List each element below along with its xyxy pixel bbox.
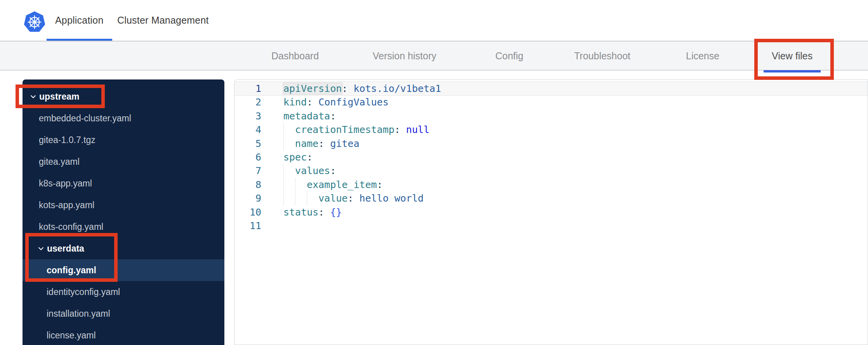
code-token xyxy=(283,138,295,149)
code-token: : xyxy=(342,83,348,94)
tree-file-gitea-yaml[interactable]: gitea.yaml xyxy=(23,151,224,172)
code-token: : xyxy=(330,165,336,176)
indent-guide xyxy=(283,178,284,191)
code-token: kind xyxy=(283,97,307,108)
tree-item-label: gitea.yaml xyxy=(39,157,80,167)
line-number: 1 xyxy=(234,82,261,95)
tree-file-kots-app-yaml[interactable]: kots-app.yaml xyxy=(23,194,224,216)
indent-guide xyxy=(295,191,295,205)
code-token: value xyxy=(318,193,347,204)
chevron-down-icon xyxy=(30,93,36,100)
code-token: ConfigValues xyxy=(312,97,389,108)
line-number: 9 xyxy=(234,191,261,205)
tree-folder-upstream[interactable]: upstream xyxy=(23,86,224,107)
line-number: 3 xyxy=(234,109,261,123)
code-line: 6spec: xyxy=(234,150,868,164)
code-token xyxy=(283,165,295,176)
tree-file-identityconfig-yaml[interactable]: identityconfig.yaml xyxy=(23,281,224,303)
file-tree-sidebar: upstreamembedded-cluster.yamlgitea-1.0.7… xyxy=(23,79,224,345)
file-viewer[interactable]: 1apiVersion: kots.io/v1beta12kind: Confi… xyxy=(234,79,868,345)
code-line: 7 values: xyxy=(234,164,868,178)
tree-item-label: upstream xyxy=(39,91,80,102)
code-line: 1apiVersion: kots.io/v1beta1 xyxy=(234,82,868,95)
code-token: spec xyxy=(283,152,307,163)
code-token: : xyxy=(318,138,324,149)
tab-application[interactable]: Application xyxy=(47,0,112,41)
code-token: apiVersion xyxy=(283,83,342,94)
app-nav: DashboardVersion historyConfigTroublesho… xyxy=(0,41,868,71)
tab-application-label: Application xyxy=(55,15,104,26)
indent-guide xyxy=(283,137,284,150)
tab-cluster-management[interactable]: Cluster Management xyxy=(113,0,213,41)
line-number: 5 xyxy=(234,137,261,150)
code-token: {} xyxy=(324,207,342,218)
tree-item-label: config.yaml xyxy=(47,265,96,276)
indent-guide xyxy=(283,123,284,136)
tree-file-license-yaml[interactable]: license.yaml xyxy=(23,324,224,345)
active-nav-underline xyxy=(764,70,821,72)
code-token: name xyxy=(295,138,318,149)
nav-tab-view-files[interactable]: View files xyxy=(764,41,821,71)
chevron-down-icon xyxy=(38,245,44,252)
code-token: : xyxy=(330,110,336,122)
line-number: 4 xyxy=(234,123,261,136)
indent-guide xyxy=(307,191,307,205)
code-token: : xyxy=(377,179,383,190)
code-token xyxy=(283,193,318,204)
nav-tab-version-history[interactable]: Version history xyxy=(365,41,444,71)
code-token: values xyxy=(295,165,330,176)
nav-tab-label: License xyxy=(686,50,719,62)
tree-item-label: kots-app.yaml xyxy=(39,200,94,210)
line-number: 10 xyxy=(234,205,261,219)
kubernetes-logo-icon xyxy=(23,11,46,33)
tree-item-label: embedded-cluster.yaml xyxy=(39,113,131,124)
code-token: null xyxy=(400,124,429,135)
tree-item-label: k8s-app.yaml xyxy=(39,178,92,189)
tree-file-embedded-cluster-yaml[interactable]: embedded-cluster.yaml xyxy=(23,107,224,129)
code-token: creationTimestamp xyxy=(295,124,394,135)
code-token: gitea xyxy=(324,138,359,149)
code-line: 4 creationTimestamp: null xyxy=(234,123,868,136)
tree-item-label: identityconfig.yaml xyxy=(47,287,120,297)
code-token: hello world xyxy=(354,193,424,204)
nav-tab-label: Version history xyxy=(373,50,436,62)
line-number: 7 xyxy=(234,164,261,178)
line-number: 2 xyxy=(234,95,261,109)
tree-item-label: installation.yaml xyxy=(47,309,110,319)
nav-tab-dashboard[interactable]: Dashboard xyxy=(263,41,327,71)
code-token: : xyxy=(318,207,324,218)
code-line: 2kind: ConfigValues xyxy=(234,95,868,109)
tree-item-label: kots-config.yaml xyxy=(39,222,103,232)
nav-tab-label: Troubleshoot xyxy=(574,50,630,62)
code-token: status xyxy=(283,207,318,218)
tree-file-installation-yaml[interactable]: installation.yaml xyxy=(23,303,224,324)
nav-tab-label: View files xyxy=(772,50,812,62)
line-number: 8 xyxy=(234,178,261,191)
code-line: 10status: {} xyxy=(234,205,868,219)
code-token: : xyxy=(307,97,312,108)
tree-file-kots-config-yaml[interactable]: kots-config.yaml xyxy=(23,216,224,238)
tree-item-label: license.yaml xyxy=(47,330,96,341)
nav-tab-config[interactable]: Config xyxy=(487,41,531,71)
code-token: : xyxy=(348,193,354,204)
nav-tab-label: Dashboard xyxy=(271,50,319,62)
app-header: Application Cluster Management xyxy=(0,0,868,41)
tree-file-k8s-app-yaml[interactable]: k8s-app.yaml xyxy=(23,172,224,194)
line-number: 11 xyxy=(234,219,261,233)
nav-tab-troubleshoot[interactable]: Troubleshoot xyxy=(566,41,639,71)
tree-folder-userdata[interactable]: userdata xyxy=(23,238,224,259)
tree-file-config-yaml[interactable]: config.yaml xyxy=(23,259,224,281)
nav-tab-label: Config xyxy=(495,50,523,62)
indent-guide xyxy=(283,191,284,205)
code-token: example_item xyxy=(307,179,377,190)
code-token: : xyxy=(394,124,400,135)
code-line: 11 xyxy=(234,219,868,233)
tree-item-label: gitea-1.0.7.tgz xyxy=(39,135,95,145)
indent-guide xyxy=(283,164,284,178)
code-line: 9 value: hello world xyxy=(234,191,868,205)
code-token xyxy=(283,124,295,135)
tree-file-gitea-1-0-7-tgz[interactable]: gitea-1.0.7.tgz xyxy=(23,129,224,151)
nav-tab-license[interactable]: License xyxy=(678,41,727,71)
tree-item-label: userdata xyxy=(47,243,84,254)
tab-cluster-management-label: Cluster Management xyxy=(117,15,209,26)
